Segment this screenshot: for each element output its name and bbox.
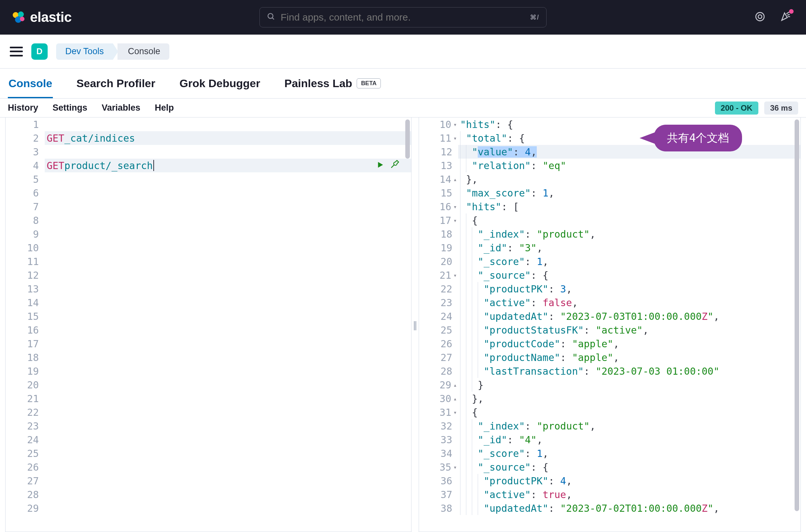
tab-console[interactable]: Console: [8, 69, 53, 98]
tab-grok-debugger[interactable]: Grok Debugger: [179, 69, 261, 98]
status-badge: 200 - OK: [715, 101, 759, 115]
editor-area: 1234567891011121314151617181920212223242…: [0, 117, 806, 532]
drag-handle-icon: ‖: [413, 320, 417, 330]
beta-badge: BETA: [357, 78, 381, 89]
svg-point-4: [268, 13, 273, 18]
request-gutter: 1234567891011121314151617181920212223242…: [5, 117, 45, 532]
response-viewer: "hits": {"total": {"value": 4,"relation"…: [458, 117, 801, 532]
response-pane[interactable]: 10▾11▾121314▴1516▾17▾18192021▾2223242526…: [419, 117, 801, 532]
wrench-icon[interactable]: [390, 159, 399, 172]
request-editor[interactable]: GET _cat/indicesGET product/_search: [45, 117, 411, 532]
logo-text: elastic: [30, 10, 72, 25]
subnav-variables[interactable]: Variables: [102, 103, 141, 113]
subnav-history[interactable]: History: [8, 103, 38, 113]
subnav-help[interactable]: Help: [155, 103, 174, 113]
elastic-logo-icon: [12, 11, 25, 24]
topbar-actions: [754, 11, 794, 23]
timing-badge: 36 ms: [764, 101, 798, 115]
newsfeed-icon[interactable]: [754, 11, 766, 23]
tab-painless-lab[interactable]: Painless Lab BETA: [284, 69, 382, 98]
breadcrumb-bar: D Dev Tools Console: [0, 35, 806, 69]
tab-search-profiler[interactable]: Search Profiler: [76, 69, 156, 98]
response-gutter: 10▾11▾121314▴1516▾17▾18192021▾2223242526…: [419, 117, 458, 532]
search-input[interactable]: [281, 12, 525, 23]
svg-line-5: [272, 18, 274, 19]
svg-line-8: [786, 12, 789, 14]
svg-line-9: [787, 14, 790, 15]
breadcrumb-console: Console: [117, 43, 169, 60]
svg-point-3: [20, 17, 24, 21]
topbar: elastic ⌘/: [0, 0, 806, 35]
search-icon: [267, 13, 275, 22]
logo[interactable]: elastic: [12, 10, 72, 25]
scrollbar[interactable]: [405, 119, 410, 159]
scrollbar[interactable]: [794, 119, 799, 511]
breadcrumb-devtools[interactable]: Dev Tools: [56, 43, 113, 60]
space-badge[interactable]: D: [31, 43, 47, 60]
help-icon[interactable]: [780, 11, 791, 23]
global-search[interactable]: ⌘/: [260, 7, 546, 27]
nav-toggle-icon[interactable]: [10, 47, 23, 56]
pane-divider[interactable]: ‖: [411, 117, 419, 532]
annotation-callout: 共有4个文档: [654, 125, 742, 151]
breadcrumb: Dev Tools Console: [56, 43, 169, 60]
request-pane[interactable]: 1234567891011121314151617181920212223242…: [5, 117, 411, 532]
search-shortcut: ⌘/: [530, 13, 539, 21]
tabs-bar: Console Search Profiler Grok Debugger Pa…: [0, 69, 806, 99]
notification-dot: [789, 9, 793, 14]
svg-point-7: [758, 15, 762, 18]
subnav-settings[interactable]: Settings: [53, 103, 88, 113]
console-subnav: History Settings Variables Help 200 - OK…: [0, 99, 806, 117]
play-icon[interactable]: [376, 160, 384, 171]
svg-point-6: [756, 13, 764, 21]
